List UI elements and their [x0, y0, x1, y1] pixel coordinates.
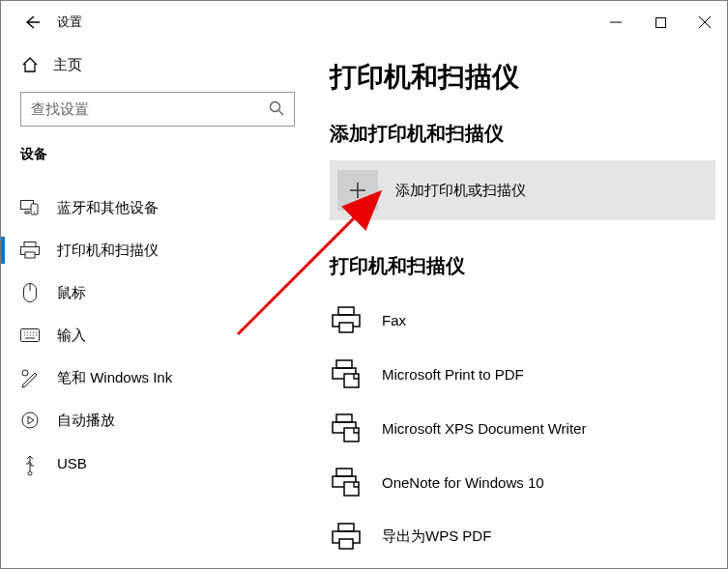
search-icon	[269, 100, 284, 119]
usb-icon	[20, 453, 40, 472]
sidebar-item-printers[interactable]: 打印机和扫描仪	[20, 229, 301, 271]
svg-rect-18	[344, 374, 359, 387]
printer-file-icon	[330, 412, 363, 444]
main-panel: 打印机和扫描仪 添加打印机和扫描仪 添加打印机或扫描仪 打印机和扫描仪 Fax	[320, 43, 727, 568]
sidebar-home-label: 主页	[53, 56, 82, 74]
sidebar-item-label: 输入	[57, 327, 86, 345]
sidebar-item-label: USB	[57, 455, 87, 471]
printer-icon	[20, 241, 40, 260]
printer-file-icon	[330, 357, 363, 390]
svg-rect-25	[338, 524, 354, 531]
minimize-icon	[610, 16, 622, 28]
printer-item-onenote[interactable]: OneNote for Windows 10	[330, 455, 715, 509]
add-printer-button[interactable]: 添加打印机或扫描仪	[330, 160, 715, 220]
svg-rect-24	[344, 482, 359, 496]
svg-point-11	[22, 370, 28, 376]
titlebar: 设置	[1, 1, 727, 43]
close-button[interactable]	[683, 7, 727, 38]
search-input[interactable]: 查找设置	[20, 92, 295, 127]
printer-label: Fax	[382, 312, 406, 328]
sidebar-item-pen[interactable]: 笔和 Windows Ink	[20, 356, 301, 399]
svg-rect-16	[336, 360, 352, 368]
printer-item-pdf[interactable]: Microsoft Print to PDF	[330, 347, 715, 401]
sidebar-item-label: 笔和 Windows Ink	[57, 369, 172, 387]
sidebar-item-typing[interactable]: 输入	[20, 314, 301, 356]
sidebar-section-title: 设备	[20, 146, 301, 163]
close-icon	[699, 16, 711, 28]
add-section-heading: 添加打印机和扫描仪	[330, 121, 715, 147]
svg-rect-15	[339, 323, 353, 332]
svg-rect-19	[336, 414, 352, 422]
autoplay-icon	[20, 411, 40, 430]
home-icon	[20, 55, 40, 74]
printer-file-icon	[330, 466, 363, 498]
svg-point-5	[34, 212, 35, 213]
pen-icon	[20, 368, 40, 387]
svg-rect-21	[344, 428, 359, 441]
printers-section-heading: 打印机和扫描仪	[330, 253, 715, 279]
settings-window: 设置 主页 查找设置	[0, 0, 728, 569]
svg-rect-22	[336, 469, 352, 476]
maximize-button[interactable]	[638, 7, 683, 38]
sidebar-item-label: 打印机和扫描仪	[57, 242, 159, 260]
fax-icon	[330, 303, 363, 336]
sidebar-item-label: 蓝牙和其他设备	[57, 199, 159, 217]
add-printer-label: 添加打印机或扫描仪	[395, 182, 526, 200]
sidebar-item-bluetooth[interactable]: 蓝牙和其他设备	[20, 186, 301, 229]
sidebar: 主页 查找设置 设备 蓝牙和其他设备 打印机和扫描仪	[1, 43, 320, 568]
svg-rect-3	[25, 212, 29, 213]
printer-item-wps[interactable]: 导出为WPS PDF	[330, 509, 715, 563]
sidebar-item-usb[interactable]: USB	[20, 441, 301, 484]
svg-rect-8	[25, 252, 35, 258]
sidebar-item-label: 自动播放	[57, 412, 115, 430]
keyboard-icon	[20, 326, 40, 345]
svg-rect-13	[338, 307, 354, 315]
sidebar-home[interactable]: 主页	[20, 55, 301, 74]
svg-rect-0	[655, 17, 665, 27]
plus-icon	[337, 170, 378, 211]
window-title: 设置	[57, 14, 82, 31]
printer-item-xps[interactable]: Microsoft XPS Document Writer	[330, 401, 715, 455]
window-controls	[594, 7, 727, 38]
svg-point-12	[22, 413, 38, 428]
sidebar-item-mouse[interactable]: 鼠标	[20, 271, 301, 314]
search-placeholder: 查找设置	[31, 100, 89, 119]
fax-icon	[330, 520, 363, 553]
sidebar-item-autoplay[interactable]: 自动播放	[20, 399, 301, 441]
printer-item-fax[interactable]: Fax	[330, 293, 715, 347]
svg-rect-6	[24, 242, 36, 247]
maximize-icon	[655, 17, 666, 28]
svg-rect-27	[339, 539, 353, 549]
mouse-icon	[20, 283, 40, 302]
printer-label: 导出为WPS PDF	[382, 527, 491, 546]
back-arrow-icon	[24, 14, 40, 30]
sidebar-item-label: 鼠标	[57, 284, 86, 302]
svg-point-1	[271, 101, 280, 111]
printer-label: Microsoft Print to PDF	[382, 366, 524, 383]
bluetooth-devices-icon	[20, 198, 40, 217]
printer-label: Microsoft XPS Document Writer	[382, 420, 586, 437]
minimize-button[interactable]	[594, 7, 638, 38]
back-button[interactable]	[20, 11, 44, 34]
printer-label: OneNote for Windows 10	[382, 474, 544, 491]
page-title: 打印机和扫描仪	[330, 59, 715, 96]
